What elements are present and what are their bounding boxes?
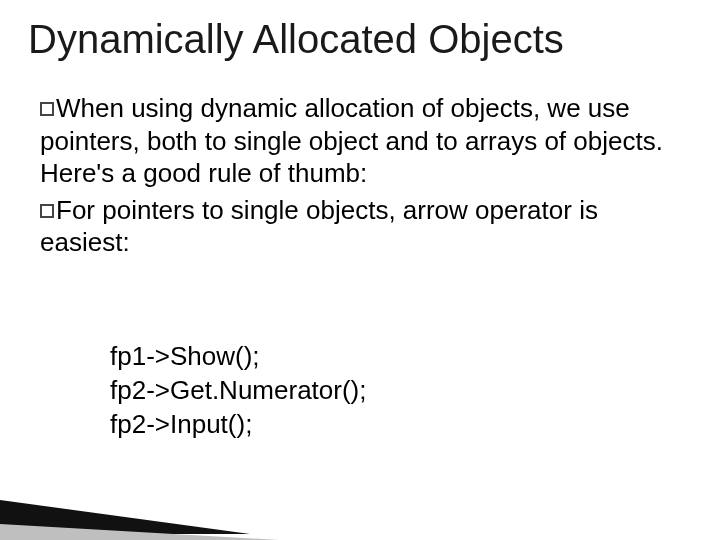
- body-text: When using dynamic allocation of objects…: [40, 92, 690, 263]
- bullet-marker-icon: [40, 204, 54, 218]
- bullet-text: For pointers to single objects, arrow op…: [40, 195, 598, 258]
- bullet-item: For pointers to single objects, arrow op…: [40, 194, 690, 259]
- bullet-marker-icon: [40, 102, 54, 116]
- code-line: fp2->Get.Numerator();: [110, 374, 366, 408]
- code-line: fp1->Show();: [110, 340, 366, 374]
- bullet-text: When using dynamic allocation of objects…: [40, 93, 663, 188]
- code-line: fp2->Input();: [110, 408, 366, 442]
- code-block: fp1->Show(); fp2->Get.Numerator(); fp2->…: [110, 340, 366, 441]
- slide-title: Dynamically Allocated Objects: [28, 16, 700, 62]
- bullet-item: When using dynamic allocation of objects…: [40, 92, 690, 190]
- slide: Dynamically Allocated Objects When using…: [0, 0, 720, 540]
- decoration-wedge-gray: [0, 524, 280, 540]
